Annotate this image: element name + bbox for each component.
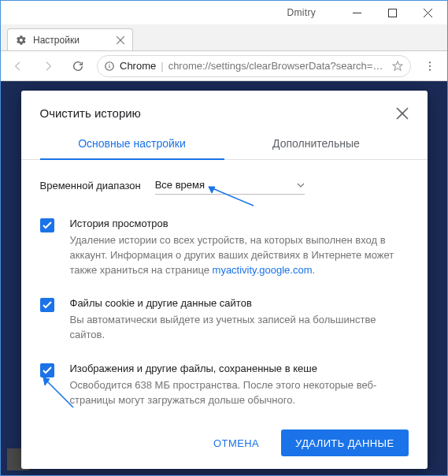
nav-back-button[interactable] bbox=[7, 55, 29, 77]
omnibox-url: chrome://settings/clearBrowserData?searc… bbox=[168, 60, 387, 72]
window-close-button[interactable] bbox=[410, 2, 446, 24]
dialog-close-button[interactable] bbox=[396, 107, 409, 120]
dialog-tabs: Основные настройки Дополнительные bbox=[21, 129, 428, 160]
browser-toolbar: Chrome | chrome://settings/clearBrowserD… bbox=[1, 51, 447, 81]
option-cookies: Файлы cookie и другие данные сайтов Вы а… bbox=[40, 288, 409, 354]
time-range-value: Все время bbox=[155, 179, 205, 191]
clear-data-button[interactable]: УДАЛИТЬ ДАННЫЕ bbox=[281, 430, 408, 456]
window-maximize-button[interactable] bbox=[375, 2, 410, 24]
option-browsing-history: История просмотров Удаление истории со в… bbox=[40, 209, 409, 288]
option-description: Освободится 638 МБ пространства. После э… bbox=[70, 378, 409, 408]
tab-advanced[interactable]: Дополнительные bbox=[224, 129, 409, 159]
svg-point-11 bbox=[429, 69, 431, 70]
window-minimize-button[interactable] bbox=[339, 2, 375, 24]
cancel-button[interactable]: ОТМЕНА bbox=[199, 430, 273, 456]
page-content: Очистить историю Основные настройки Допо… bbox=[1, 81, 447, 475]
nav-reload-button[interactable] bbox=[67, 55, 89, 77]
option-title: Файлы cookie и другие данные сайтов bbox=[70, 296, 409, 311]
tab-basic[interactable]: Основные настройки bbox=[40, 129, 224, 159]
gear-icon bbox=[16, 35, 27, 46]
browser-tab-title: Настройки bbox=[33, 35, 110, 46]
svg-line-16 bbox=[43, 377, 73, 407]
option-title: Изображения и другие файлы, сохраненные … bbox=[70, 362, 409, 377]
chevron-down-icon bbox=[297, 181, 305, 189]
checkbox-cookies[interactable] bbox=[40, 298, 54, 312]
browser-tab[interactable]: Настройки bbox=[7, 28, 133, 50]
browser-menu-button[interactable] bbox=[419, 55, 441, 77]
nav-forward-button[interactable] bbox=[37, 55, 59, 77]
address-bar[interactable]: Chrome | chrome://settings/clearBrowserD… bbox=[97, 55, 411, 77]
time-range-label: Временной диапазон bbox=[40, 180, 141, 192]
site-info-icon bbox=[104, 61, 115, 72]
clear-history-dialog: Очистить историю Основные настройки Допо… bbox=[21, 91, 428, 469]
checkbox-browsing-history[interactable] bbox=[40, 218, 54, 232]
myactivity-link[interactable]: myactivity.google.com bbox=[213, 264, 313, 276]
omnibox-scheme: Chrome bbox=[120, 60, 156, 72]
dialog-title: Очистить историю bbox=[40, 106, 141, 120]
svg-rect-1 bbox=[389, 9, 397, 17]
svg-marker-17 bbox=[43, 377, 50, 385]
options-list: История просмотров Удаление истории со в… bbox=[21, 206, 428, 422]
option-description: Вы автоматически выйдете из учетных запи… bbox=[70, 313, 409, 343]
svg-point-10 bbox=[429, 65, 431, 66]
browser-tabstrip: Настройки bbox=[1, 24, 447, 51]
option-cache: Изображения и другие файлы, сохраненные … bbox=[40, 354, 409, 419]
checkbox-cache[interactable] bbox=[40, 363, 54, 377]
tab-close-icon[interactable] bbox=[117, 36, 124, 44]
time-range-select[interactable]: Все время bbox=[155, 176, 305, 195]
time-range-row: Временной диапазон Все время bbox=[21, 160, 428, 206]
option-title: История просмотров bbox=[70, 217, 409, 232]
window-user-label: Dmitry bbox=[287, 7, 316, 18]
bookmark-star-icon[interactable] bbox=[391, 60, 404, 73]
option-description: Удаление истории со всех устройств, на к… bbox=[70, 233, 409, 278]
svg-point-7 bbox=[109, 64, 109, 65]
svg-point-9 bbox=[429, 61, 431, 63]
window-titlebar: Dmitry bbox=[1, 1, 447, 24]
dialog-actions: ОТМЕНА УДАЛИТЬ ДАННЫЕ bbox=[21, 422, 428, 456]
